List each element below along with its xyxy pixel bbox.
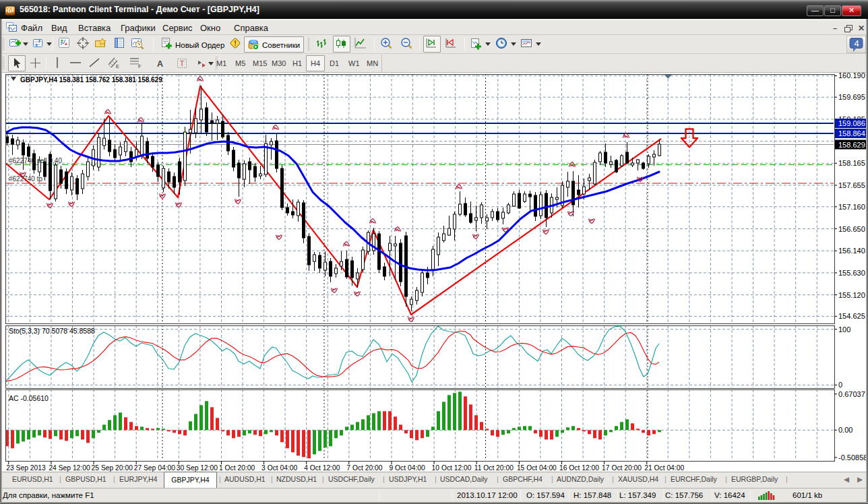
svg-text:1 Oct 20:00: 1 Oct 20:00 [219, 464, 255, 472]
svg-text:158.864: 158.864 [838, 129, 865, 137]
svg-text:155.630: 155.630 [838, 269, 865, 277]
svg-text:160.190: 160.190 [838, 73, 865, 80]
svg-text:0.00: 0.00 [838, 426, 852, 434]
svg-text:7 Oct 20:00: 7 Oct 20:00 [346, 464, 383, 472]
svg-text:10 Oct 12:00: 10 Oct 12:00 [432, 464, 472, 472]
svg-text:4 Oct 12:00: 4 Oct 12:00 [304, 464, 340, 472]
svg-text:0.67037: 0.67037 [838, 390, 865, 398]
svg-text:154.625: 154.625 [838, 312, 865, 320]
svg-text:Sto(5,3,3) 70.5078 45.8588: Sto(5,3,3) 70.5078 45.8588 [9, 327, 95, 335]
svg-text:24 Sep 12:00: 24 Sep 12:00 [49, 464, 90, 472]
svg-text:#622740 sell 0.40: #622740 sell 0.40 [9, 157, 62, 164]
svg-text:158.165: 158.165 [838, 159, 865, 167]
svg-text:#622740 tp: #622740 tp [9, 175, 42, 183]
svg-text:100: 100 [838, 325, 850, 334]
svg-text:159.086: 159.086 [838, 119, 865, 127]
svg-text:GBPJPY,H4 158.381 158.762 158: GBPJPY,H4 158.381 158.762 158.381 158.62… [20, 76, 162, 84]
svg-text:30 Sep 12:00: 30 Sep 12:00 [177, 464, 218, 472]
svg-text:15 Oct 04:00: 15 Oct 04:00 [517, 464, 557, 472]
svg-text:!: ! [234, 39, 237, 47]
svg-text:157.655: 157.655 [838, 181, 865, 189]
svg-text:0: 0 [838, 381, 842, 389]
svg-text:17 Oct 20:00: 17 Oct 20:00 [602, 464, 642, 472]
svg-text:F: F [138, 64, 141, 69]
svg-text:23 Sep 2013: 23 Sep 2013 [6, 464, 46, 472]
svg-text:155.120: 155.120 [838, 291, 865, 299]
svg-text:11 Oct 20:00: 11 Oct 20:00 [474, 464, 514, 472]
svg-text:157.160: 157.160 [838, 203, 865, 211]
svg-text:156.140: 156.140 [838, 247, 865, 255]
svg-text:156.650: 156.650 [838, 225, 865, 233]
svg-text:AC -0.05610: AC -0.05610 [9, 394, 49, 402]
svg-text:E: E [116, 64, 119, 69]
svg-text:3 Oct 04:00: 3 Oct 04:00 [261, 464, 298, 472]
svg-text:159.695: 159.695 [838, 93, 865, 101]
svg-text:16 Oct 12:00: 16 Oct 12:00 [559, 464, 599, 472]
svg-text:21 Oct 04:00: 21 Oct 04:00 [644, 464, 684, 472]
svg-text:9 Oct 04:00: 9 Oct 04:00 [390, 464, 426, 472]
svg-text:-0.50858: -0.50858 [838, 453, 867, 462]
svg-text:T: T [180, 59, 185, 67]
svg-text:27 Sep 04:00: 27 Sep 04:00 [134, 464, 176, 472]
svg-text:158.629: 158.629 [838, 141, 865, 149]
svg-text:4: 4 [854, 38, 859, 49]
svg-text:25 Sep 20:00: 25 Sep 20:00 [92, 464, 133, 472]
